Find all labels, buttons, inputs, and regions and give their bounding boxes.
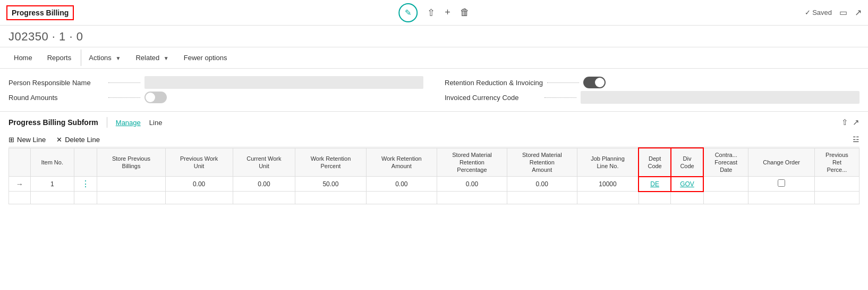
col-dept-code: DeptCode [639, 148, 671, 177]
invoiced-currency-input[interactable] [581, 91, 860, 104]
delete-line-icon: ✕ [56, 136, 62, 144]
empty-row-1 [9, 192, 860, 204]
person-responsible-input[interactable] [144, 76, 423, 89]
subform-share-icon[interactable]: ⇧ [841, 118, 848, 127]
invoiced-currency-row: Invoiced Currency Code [445, 90, 860, 105]
round-amounts-toggle[interactable] [144, 92, 167, 103]
top-bar: Progress Billing ✎ ⇧ + 🗑 ✓ Saved ▭ ↗ [0, 0, 868, 26]
tab-related[interactable]: Related ▼ [128, 49, 176, 66]
prev-work-unit-cell[interactable]: 0.00 [165, 177, 233, 192]
record-id: J02350 · 1 · 0 [8, 30, 860, 44]
col-div-code: DivCode [671, 148, 703, 177]
curr-work-unit-cell[interactable]: 0.00 [233, 177, 295, 192]
subform-section: Progress Billing Subform Manage Line ⇧ ↗… [0, 112, 868, 204]
col-work-ret-pct: Work RetentionPercent [295, 148, 366, 177]
tab-actions[interactable]: Actions ▼ [81, 49, 128, 66]
expand-icon[interactable]: ↗ [855, 7, 862, 18]
stored-mat-ret-pct-cell[interactable]: 0.00 [437, 177, 507, 192]
col-prev-work-unit: Previous WorkUnit [165, 148, 233, 177]
form-section: Person Responsible Name Round Amounts Re… [0, 69, 868, 112]
subform-header: Progress Billing Subform Manage Line ⇧ ↗ [8, 117, 860, 128]
table-row: → 1 ⋮ 0.00 0.00 50.00 0.00 0.00 0.00 100… [9, 177, 860, 192]
col-dots [74, 148, 97, 177]
store-prev-cell [97, 177, 165, 192]
share-button[interactable]: ⇧ [427, 7, 435, 19]
dotted-line-1 [108, 82, 140, 83]
person-responsible-row: Person Responsible Name [8, 75, 423, 90]
col-stored-mat-ret-pct: Stored MaterialRetentionPercentage [437, 148, 507, 177]
col-store-prev: Store PreviousBillings [97, 148, 165, 177]
person-responsible-label: Person Responsible Name [8, 79, 104, 87]
subform-toolbar: ⊞ New Line ✕ Delete Line ☳ [8, 132, 860, 147]
item-no-cell[interactable]: 1 [30, 177, 74, 192]
retention-label: Retention Reduction & Invoicing [445, 79, 543, 87]
retention-row: Retention Reduction & Invoicing [445, 75, 860, 90]
contra-forecast-date-cell[interactable] [703, 177, 748, 192]
record-header: J02350 · 1 · 0 [0, 26, 868, 47]
col-work-ret-amt: Work RetentionAmount [366, 148, 437, 177]
toolbar-center: ✎ ⇧ + 🗑 [398, 3, 470, 22]
subform-icons: ⇧ ↗ [841, 118, 860, 127]
col-arrow [9, 148, 31, 177]
retention-knob [595, 78, 605, 87]
work-ret-amt-cell[interactable]: 0.00 [366, 177, 437, 192]
subform-expand-icon[interactable]: ↗ [853, 118, 860, 127]
div-code-link[interactable]: GOV [680, 180, 694, 188]
col-prev-ret-perce: PreviousRetPerce... [814, 148, 859, 177]
change-order-cell[interactable] [748, 177, 815, 192]
dept-code-cell[interactable]: DE [639, 177, 671, 192]
page-title: Progress Billing [6, 5, 74, 20]
saved-label: ✓ Saved [805, 9, 832, 16]
dept-code-link[interactable]: DE [650, 180, 659, 188]
col-job-plan-line-no: Job PlanningLine No. [577, 148, 639, 177]
edit-button[interactable]: ✎ [398, 3, 418, 22]
related-chevron: ▼ [164, 55, 169, 61]
col-contra-forecast-date: Contra...ForecastDate [703, 148, 748, 177]
dotted-line-2 [108, 97, 140, 98]
subform-title: Progress Billing Subform [8, 118, 98, 127]
tab-reports[interactable]: Reports [40, 49, 79, 66]
subform-tab-divider [107, 117, 107, 128]
work-ret-pct-cell[interactable]: 50.00 [295, 177, 366, 192]
data-table: Item No. Store PreviousBillings Previous… [8, 147, 860, 204]
col-stored-mat-ret-amt: Stored MaterialRetentionAmount [507, 148, 577, 177]
col-change-order: Change Order [748, 148, 815, 177]
round-amounts-knob [146, 93, 155, 102]
subform-tab-manage[interactable]: Manage [116, 119, 141, 127]
tab-home[interactable]: Home [6, 49, 40, 66]
retention-toggle[interactable] [583, 77, 606, 88]
round-amounts-label: Round Amounts [8, 94, 104, 102]
tab-fewer-options[interactable]: Fewer options [176, 49, 235, 66]
form-right: Retention Reduction & Invoicing Invoiced… [445, 75, 860, 105]
change-order-checkbox[interactable] [778, 179, 785, 187]
col-item-no: Item No. [30, 148, 74, 177]
new-line-button[interactable]: ⊞ New Line [8, 136, 46, 144]
filter-icon[interactable]: ☳ [853, 135, 860, 144]
prev-ret-perce-cell [814, 177, 859, 192]
invoiced-currency-label: Invoiced Currency Code [445, 94, 540, 102]
nav-tabs: Home Reports Actions ▼ Related ▼ Fewer o… [0, 47, 868, 69]
dots-cell[interactable]: ⋮ [74, 177, 97, 192]
form-left: Person Responsible Name Round Amounts [8, 75, 423, 105]
job-plan-line-no-cell[interactable]: 10000 [577, 177, 639, 192]
dotted-line-3 [547, 82, 579, 83]
arrow-cell: → [9, 177, 31, 192]
round-amounts-row: Round Amounts [8, 90, 423, 105]
actions-chevron: ▼ [115, 55, 121, 61]
col-curr-work-unit: Current WorkUnit [233, 148, 295, 177]
bookmark-icon[interactable]: ▭ [839, 7, 847, 18]
delete-button[interactable]: 🗑 [460, 7, 470, 18]
delete-line-button[interactable]: ✕ Delete Line [56, 136, 100, 144]
stored-mat-ret-amt-cell[interactable]: 0.00 [507, 177, 577, 192]
dotted-line-4 [544, 97, 576, 98]
toolbar-right: ✓ Saved ▭ ↗ [805, 7, 862, 18]
add-button[interactable]: + [445, 7, 450, 18]
div-code-cell[interactable]: GOV [671, 177, 703, 192]
new-line-icon: ⊞ [8, 136, 14, 144]
subform-tab-line[interactable]: Line [149, 119, 163, 127]
